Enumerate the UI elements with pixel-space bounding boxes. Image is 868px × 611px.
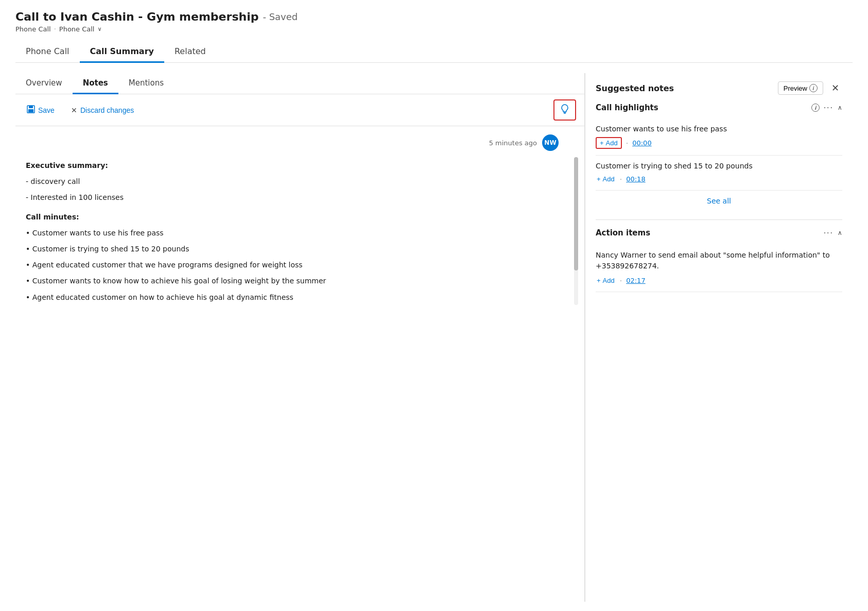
time-badge-2[interactable]: 00:18: [626, 175, 645, 183]
preview-label: Preview: [784, 84, 807, 92]
content-area: Overview Notes Mentions: [15, 73, 853, 602]
notes-content[interactable]: Executive summary: - discovery call - In…: [26, 159, 574, 304]
discard-icon: ✕: [71, 106, 77, 114]
section-divider: [596, 219, 842, 220]
add-label-2: Add: [603, 175, 615, 183]
suggested-notes-title: Suggested notes: [596, 83, 773, 93]
page-header: Call to Ivan Cashin - Gym membership - S…: [15, 10, 853, 33]
call-highlights-collapse-button[interactable]: ∧: [838, 104, 842, 111]
highlight-actions-2: + Add · 00:18: [596, 174, 842, 184]
title-text: Call to Ivan Cashin - Gym membership: [15, 10, 258, 23]
svg-rect-2: [28, 109, 33, 112]
add-action-1-button[interactable]: + Add: [596, 276, 616, 285]
sub-tab-notes[interactable]: Notes: [73, 73, 118, 94]
suggested-notes-close-button[interactable]: ✕: [828, 81, 842, 95]
toolbar-right: [553, 99, 576, 121]
add-icon-2: +: [597, 175, 601, 183]
breadcrumb-item1[interactable]: Phone Call: [15, 25, 51, 33]
action-time-badge-1[interactable]: 02:17: [626, 277, 645, 284]
preview-button[interactable]: Preview i: [778, 81, 823, 95]
notes-timestamp: 5 minutes ago: [489, 139, 537, 147]
right-panel: Suggested notes Preview i ✕ Call highlig…: [585, 73, 853, 602]
lightbulb-icon: [560, 104, 570, 116]
save-label: Save: [38, 106, 55, 114]
notes-area: 5 minutes ago NW Executive summary: - di…: [15, 126, 584, 315]
suggested-header: Suggested notes Preview i ✕: [596, 81, 842, 95]
notes-line15: • Agent educated customer on how to achi…: [26, 291, 559, 304]
highlight-text-2: Customer is trying to shed 15 to 20 poun…: [596, 162, 842, 170]
notes-line3: - discovery call: [26, 175, 559, 188]
highlight-item-1: Customer wants to use his free pass + Ad…: [596, 118, 842, 156]
page-container: Call to Ivan Cashin - Gym membership - S…: [0, 0, 868, 611]
tab-related[interactable]: Related: [164, 41, 216, 63]
action-item-1: Nancy Warner to send email about "some h…: [596, 244, 842, 292]
call-minutes-heading: Call minutes:: [26, 211, 559, 224]
notes-line7: • Customer wants to use his free pass: [26, 227, 559, 240]
save-button[interactable]: Save: [24, 103, 58, 117]
add-action-label-1: Add: [603, 277, 615, 284]
discard-label: Discard changes: [80, 106, 134, 114]
call-highlights-more-button[interactable]: ···: [824, 103, 834, 112]
tab-phone-call[interactable]: Phone Call: [15, 41, 80, 63]
breadcrumb: Phone Call · Phone Call ∨: [15, 25, 853, 33]
tab-call-summary[interactable]: Call Summary: [80, 41, 164, 63]
page-title: Call to Ivan Cashin - Gym membership - S…: [15, 10, 853, 23]
add-label-1: Add: [606, 139, 618, 147]
see-all-link[interactable]: See all: [596, 191, 842, 211]
scroll-thumb[interactable]: [574, 157, 578, 270]
action-items-collapse-button[interactable]: ∧: [838, 229, 842, 236]
toolbar: Save ✕ Discard changes: [15, 94, 584, 126]
sub-tab-mentions[interactable]: Mentions: [118, 73, 174, 94]
breadcrumb-separator: ·: [54, 25, 56, 33]
save-icon: [27, 105, 35, 115]
scroll-track[interactable]: [574, 157, 578, 305]
action-items-section: Action items ··· ∧ Nancy Warner to send …: [596, 228, 842, 292]
saved-label: - Saved: [263, 11, 298, 22]
preview-info-icon: i: [809, 84, 818, 92]
dot-sep-2: ·: [620, 175, 622, 183]
highlight-text-1: Customer wants to use his free pass: [596, 125, 842, 133]
main-tabs: Phone Call Call Summary Related: [15, 41, 853, 63]
svg-rect-1: [29, 106, 33, 108]
highlight-item-2: Customer is trying to shed 15 to 20 poun…: [596, 156, 842, 191]
lightbulb-button[interactable]: [553, 99, 576, 121]
close-icon: ✕: [831, 83, 839, 93]
add-action-icon-1: +: [597, 277, 601, 284]
action-items-header: Action items ··· ∧: [596, 228, 842, 237]
action-item-actions-1: + Add · 02:17: [596, 276, 842, 285]
add-highlight-2-button[interactable]: + Add: [596, 174, 616, 184]
discard-button[interactable]: ✕ Discard changes: [68, 104, 137, 116]
breadcrumb-item2[interactable]: Phone Call: [59, 25, 95, 33]
action-item-text-1: Nancy Warner to send email about "some h…: [596, 250, 842, 271]
highlight-actions-1: + Add · 00:00: [596, 137, 842, 149]
action-items-title: Action items: [596, 228, 820, 237]
call-highlights-info-icon: i: [811, 104, 820, 112]
call-highlights-header: Call highlights i ··· ∧: [596, 103, 842, 112]
notes-line11: • Agent educated customer that we have p…: [26, 259, 559, 271]
sub-tab-overview[interactable]: Overview: [15, 73, 73, 94]
notes-meta: 5 minutes ago NW: [26, 134, 574, 151]
left-panel: Overview Notes Mentions: [15, 73, 585, 602]
add-icon-1: +: [600, 139, 604, 147]
exec-summary-heading: Executive summary:: [26, 159, 559, 172]
avatar: NW: [542, 134, 559, 151]
dot-sep-3: ·: [620, 277, 622, 285]
notes-line13: • Customer wants to know how to achieve …: [26, 275, 559, 287]
call-highlights-section: Call highlights i ··· ∧ Customer wants t…: [596, 103, 842, 211]
notes-line4: - Interested in 100 licenses: [26, 191, 559, 204]
breadcrumb-dropdown-icon[interactable]: ∨: [97, 26, 101, 32]
time-badge-1[interactable]: 00:00: [632, 139, 651, 147]
dot-sep-1: ·: [626, 139, 628, 147]
notes-line9: • Customer is trying to shed 15 to 20 po…: [26, 243, 559, 256]
add-highlight-1-button[interactable]: + Add: [596, 137, 622, 149]
sub-tabs: Overview Notes Mentions: [15, 73, 584, 94]
action-items-more-button[interactable]: ···: [824, 228, 834, 237]
call-highlights-title: Call highlights: [596, 103, 807, 112]
